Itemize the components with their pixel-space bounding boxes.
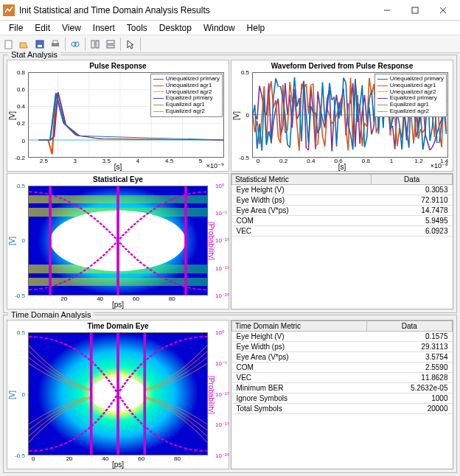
x-axis-label: [s] <box>7 163 229 171</box>
metric-value: 3.5754 <box>366 352 453 363</box>
svg-rect-15 <box>107 45 114 48</box>
metric-value: 0.3053 <box>372 184 453 195</box>
legend-swatch <box>153 85 164 86</box>
table-row[interactable]: COM2.5590 <box>232 363 453 373</box>
svg-rect-7 <box>38 45 42 47</box>
y-ticks: -0.2 0 0.2 0.4 0.6 0.8 <box>7 72 27 158</box>
waveform-plot[interactable]: Waveform Derived from Pulse Response [V]… <box>231 60 453 172</box>
new-button[interactable] <box>1 37 16 52</box>
table-row[interactable]: Eye Width (ps)72.9110 <box>232 195 453 205</box>
pulse-response-plot[interactable]: Pulse Response [V] -0.2 0 0.2 0.4 0.6 0.… <box>7 60 229 172</box>
open-button[interactable] <box>17 37 32 52</box>
table-row[interactable]: VEC11.8628 <box>232 373 453 383</box>
svg-rect-2 <box>412 7 418 13</box>
metric-value: 1000 <box>366 393 453 404</box>
svg-rect-12 <box>91 41 94 48</box>
legend-swatch <box>377 98 388 99</box>
menu-file[interactable]: File <box>3 21 29 35</box>
stat-group-label: Stat Analysis <box>8 50 60 59</box>
table-header[interactable]: Statistical Metric <box>232 174 372 184</box>
svg-rect-9 <box>53 41 58 43</box>
print-button[interactable] <box>48 37 63 52</box>
statistical-eye-plot[interactable]: Statistical Eye [V] [Probability] -0.5 0… <box>7 173 229 309</box>
legend[interactable]: Unequalized primaryUnequalized agr1Unequ… <box>374 74 447 117</box>
x-axis-label: [s] <box>231 163 453 171</box>
legend-label: Equalized agr2 <box>390 108 429 115</box>
title-bar: Init Statistical and Time Domain Analysi… <box>0 0 460 21</box>
svg-rect-14 <box>107 41 114 43</box>
table-row[interactable]: Eye Area (V*ps)14.7478 <box>232 205 453 215</box>
plot-title: Statistical Eye <box>7 175 229 183</box>
table-header[interactable]: Data <box>366 321 453 332</box>
toolbar-sep <box>140 38 141 51</box>
table-row[interactable]: Total Symbols20000 <box>232 404 453 414</box>
time-domain-eye-plot[interactable]: Time Domain Eye [V] [Probability] -0.5 0… <box>7 320 229 469</box>
menu-insert[interactable]: Insert <box>87 21 121 35</box>
metric-value: 14.7478 <box>372 205 453 215</box>
menu-edit[interactable]: Edit <box>29 21 56 35</box>
metric-name: Ignore Symbols <box>232 393 367 404</box>
metric-name: VEC <box>232 373 367 383</box>
menu-desktop[interactable]: Desktop <box>153 21 198 35</box>
table-header[interactable]: Data <box>372 174 453 184</box>
legend[interactable]: Unequalized primaryUnequalized agr1Unequ… <box>150 74 223 117</box>
plot-axes <box>28 332 208 455</box>
table-row[interactable]: VEC6.0923 <box>232 225 453 236</box>
window-title: Init Statistical and Time Domain Analysi… <box>19 5 373 15</box>
link-icon <box>70 39 80 49</box>
tile-h-button[interactable] <box>103 37 118 52</box>
table-row[interactable]: Minimum BER5.2632e-05 <box>232 383 453 393</box>
menu-help[interactable]: Help <box>241 21 271 35</box>
legend-item[interactable]: Equalized agr2 <box>153 108 220 115</box>
menu-view[interactable]: View <box>56 21 87 35</box>
metric-name: Eye Width (ps) <box>232 342 367 352</box>
save-button[interactable] <box>32 37 47 52</box>
tile-h-icon <box>105 39 116 49</box>
toolbar-sep <box>65 38 66 51</box>
minimize-button[interactable] <box>373 1 401 20</box>
svg-rect-13 <box>96 41 99 48</box>
legend-swatch <box>377 91 388 92</box>
table-row[interactable]: Eye Height (V)0.3053 <box>232 184 453 195</box>
legend-swatch <box>153 79 164 80</box>
menu-tools[interactable]: Tools <box>121 21 153 35</box>
link-button[interactable] <box>68 37 83 52</box>
maximize-icon <box>411 7 419 14</box>
save-icon <box>35 39 45 49</box>
x-axis-exponent: ×10⁻⁸ <box>431 162 448 169</box>
metric-name: Eye Height (V) <box>232 332 367 342</box>
legend-item[interactable]: Equalized agr2 <box>377 108 444 115</box>
legend-label: Equalized agr2 <box>166 108 205 115</box>
maximize-button[interactable] <box>401 1 429 20</box>
tile-v-button[interactable] <box>88 37 102 52</box>
stat-analysis-group: Stat Analysis Pulse Response [V] -0.2 0 … <box>3 55 457 313</box>
menu-window[interactable]: Window <box>198 21 241 35</box>
table-row[interactable]: Ignore Symbols1000 <box>232 393 453 404</box>
table-row[interactable]: Eye Height (V)0.1575 <box>232 332 453 342</box>
y-ticks-right: 10⁰ 10⁻⁵ 10⁻¹⁰ 10⁻¹⁵ 10⁻²⁰ <box>214 332 233 455</box>
pointer-button[interactable] <box>123 37 138 52</box>
svg-point-11 <box>74 42 79 46</box>
legend-swatch <box>377 79 388 80</box>
close-button[interactable] <box>429 1 457 20</box>
app-icon <box>3 4 15 16</box>
y-ticks: -0.5 0 0.5 <box>7 332 27 455</box>
metric-value: 6.0923 <box>372 225 453 236</box>
plot-axes <box>28 186 208 295</box>
metric-value: 2.5590 <box>366 363 453 373</box>
metric-name: COM <box>232 363 367 373</box>
table-header[interactable]: Time Domain Metric <box>232 321 367 332</box>
time-domain-metric-table[interactable]: Time Domain Metric Data Eye Height (V)0.… <box>231 320 453 469</box>
table-row[interactable]: Eye Area (V*ps)3.5754 <box>232 352 453 363</box>
legend-swatch <box>153 91 164 92</box>
legend-swatch <box>377 85 388 86</box>
statistical-metric-table[interactable]: Statistical Metric Data Eye Height (V)0.… <box>231 173 453 309</box>
metric-value: 5.9495 <box>372 215 453 225</box>
metric-value: 20000 <box>366 404 453 414</box>
metric-value: 29.3113 <box>366 342 453 352</box>
legend-swatch <box>377 105 388 105</box>
minimize-icon <box>383 7 391 14</box>
legend-swatch <box>153 111 164 112</box>
table-row[interactable]: Eye Width (ps)29.3113 <box>232 342 453 352</box>
table-row[interactable]: COM5.9495 <box>232 215 453 225</box>
